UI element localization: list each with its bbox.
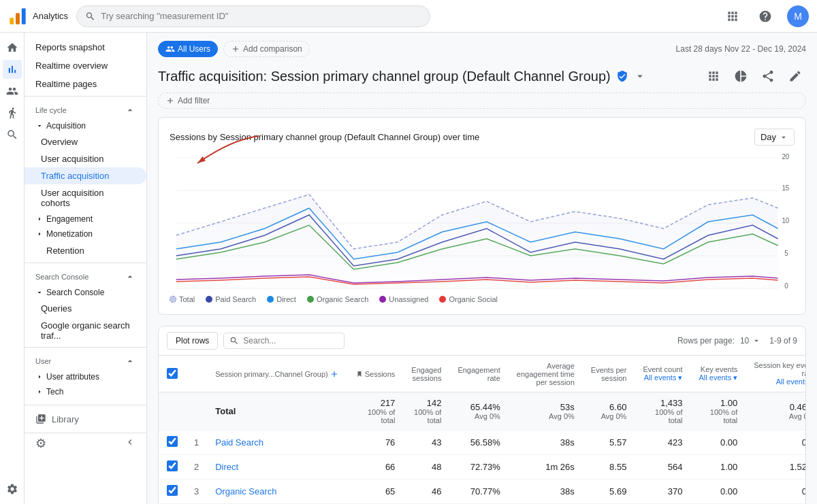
row-sessions-cell: 66	[347, 455, 404, 480]
sidebar-item-tech[interactable]: Tech	[25, 384, 146, 399]
row-checkbox-cell[interactable]	[159, 431, 186, 455]
date-range[interactable]: Last 28 days Nov 22 - Dec 19, 2024	[676, 44, 806, 54]
add-filter-button[interactable]: Add filter	[158, 93, 806, 109]
rows-per-page-dropdown-icon[interactable]	[752, 336, 761, 346]
page-header: Traffic acquisition: Session primary cha…	[158, 65, 806, 87]
svg-text:0: 0	[784, 282, 788, 290]
sidebar-item-user-attributes[interactable]: User attributes	[25, 369, 146, 384]
pie-chart-icon[interactable]	[730, 65, 752, 87]
row-checkbox[interactable]	[167, 436, 178, 447]
header-checkbox	[159, 356, 186, 392]
row-rank-cell: 1	[186, 431, 207, 455]
plot-rows-button[interactable]: Plot rows	[167, 332, 218, 350]
home-icon[interactable]	[3, 38, 22, 57]
sidebar-item-realtime-overview[interactable]: Realtime overview	[25, 56, 146, 75]
search-console-icon[interactable]	[3, 125, 22, 144]
table-row: 2 Direct 66 48 72.73% 1m 26s 8.55 564 1.…	[159, 455, 806, 480]
sidebar-subsection-search-console[interactable]: Search Console	[25, 285, 146, 300]
sidebar-item-traffic-acquisition[interactable]: Traffic acquisition	[25, 167, 146, 184]
help-icon[interactable]	[754, 5, 776, 27]
total-sessions-cell: 217100% of total	[347, 392, 404, 431]
row-engagement-rate-cell: 72.73%	[449, 455, 508, 480]
header-events-per-session[interactable]: Events persession	[583, 356, 635, 392]
all-users-filter[interactable]: All Users	[158, 41, 218, 57]
sidebar-item-monetization[interactable]: Monetization	[25, 226, 146, 241]
header-event-count[interactable]: Event count All events ▾	[635, 356, 690, 392]
total-row: Total 217100% of total 142100% of total …	[159, 392, 806, 431]
total-key-events-cell: 1.00100% of total	[690, 392, 746, 431]
table-search-input[interactable]	[243, 336, 338, 346]
main-content: All Users Add comparison Last 28 days No…	[147, 33, 817, 504]
legend-direct[interactable]: Direct	[267, 295, 296, 303]
grid-icon[interactable]	[722, 5, 743, 27]
legend-unassigned[interactable]: Unassigned	[379, 295, 428, 303]
chevron-down-icon[interactable]	[634, 70, 646, 82]
sidebar-section-search-console[interactable]: Search Console	[25, 266, 146, 285]
pencil-icon[interactable]	[784, 65, 806, 87]
header-engaged-sessions[interactable]: Engagedsessions	[403, 356, 449, 392]
row-checkbox[interactable]	[167, 460, 178, 471]
row-avg-engagement-cell: 1m 26s	[509, 455, 583, 480]
table-row: 3 Organic Search 65 46 70.77% 38s 5.69 3…	[159, 480, 806, 504]
sidebar-library[interactable]: Library	[25, 405, 146, 433]
avatar[interactable]: M	[787, 5, 809, 27]
activity-icon[interactable]	[3, 103, 22, 122]
table-search[interactable]	[223, 333, 345, 349]
legend-organic-social[interactable]: Organic Social	[439, 295, 498, 303]
header-engagement-rate[interactable]: Engagementrate	[449, 356, 508, 392]
header-avg-engagement[interactable]: Averageengagement timeper session	[509, 356, 583, 392]
line-chart: 0 5 10 15 20	[170, 154, 795, 290]
day-selector[interactable]: Day	[754, 129, 795, 146]
total-checkbox-cell	[159, 392, 186, 431]
row-session-key-event-rate-cell: 1.52%	[746, 455, 806, 480]
sidebar: Reports snapshot Realtime overview Realt…	[25, 33, 147, 504]
row-engaged-cell: 48	[403, 455, 449, 480]
add-dimension-icon[interactable]	[330, 369, 339, 379]
row-sessions-cell: 76	[347, 431, 404, 455]
chart-toggle-icon[interactable]	[703, 65, 724, 87]
sidebar-item-engagement[interactable]: Engagement	[25, 212, 146, 226]
table-toolbar: Plot rows Rows per page: 10 1-9 of 9	[159, 326, 805, 356]
topbar-right: M	[722, 5, 809, 27]
chart-header: Sessions by Session primary channel grou…	[170, 129, 795, 146]
sidebar-item-queries[interactable]: Queries	[25, 300, 146, 317]
sidebar-subsection-acquisition[interactable]: Acquisition	[25, 118, 146, 133]
total-events-per-session-cell: 6.60Avg 0%	[583, 392, 635, 431]
sidebar-item-realtime-pages[interactable]: Realtime pages	[25, 75, 146, 93]
sidebar-section-lifecycle[interactable]: Life cycle	[25, 99, 146, 118]
row-checkbox[interactable]	[167, 485, 178, 496]
logo: Analytics	[8, 7, 68, 26]
sidebar-item-google-organic[interactable]: Google organic search traf...	[25, 317, 146, 344]
people-icon[interactable]	[3, 82, 22, 101]
sidebar-section-user[interactable]: User	[25, 350, 146, 369]
sidebar-item-user-acquisition-cohorts[interactable]: User acquisition cohorts	[25, 184, 146, 212]
legend-paid-search[interactable]: Paid Search	[206, 295, 256, 303]
sidebar-item-user-acquisition[interactable]: User acquisition	[25, 150, 146, 167]
search-bar[interactable]	[76, 5, 430, 27]
row-engagement-rate-cell: 70.77%	[449, 480, 508, 504]
add-comparison-button[interactable]: Add comparison	[223, 41, 310, 57]
sidebar-collapse-icon[interactable]	[125, 437, 135, 450]
sidebar-item-reports-snapshot[interactable]: Reports snapshot	[25, 38, 146, 56]
header-key-events[interactable]: Key events All events ▾	[690, 356, 746, 392]
search-input[interactable]	[101, 11, 421, 21]
legend-organic-search[interactable]: Organic Search	[307, 295, 368, 303]
row-checkbox-cell[interactable]	[159, 480, 186, 504]
settings-icon[interactable]	[3, 480, 22, 499]
sidebar-item-overview[interactable]: Overview	[25, 133, 146, 150]
data-table: Session primary...Channel Group) Session…	[159, 356, 806, 504]
header-actions	[703, 65, 806, 87]
header-sessions[interactable]: Sessions	[347, 356, 404, 392]
sidebar-item-retention[interactable]: Retention	[25, 241, 146, 260]
share-icon[interactable]	[757, 65, 779, 87]
chart-area: 0 5 10 15 20	[170, 154, 795, 290]
header-channel[interactable]: Session primary...Channel Group)	[207, 356, 347, 392]
svg-text:10: 10	[782, 217, 789, 224]
sidebar-settings-icon[interactable]: ⚙	[35, 436, 46, 451]
row-sessions-cell: 65	[347, 480, 404, 504]
bar-chart-icon[interactable]	[3, 60, 22, 79]
select-all-checkbox[interactable]	[167, 368, 178, 379]
row-checkbox-cell[interactable]	[159, 455, 186, 480]
header-session-key-event-rate[interactable]: Session key eventrate All events ▾	[746, 356, 806, 392]
legend-total[interactable]: Total	[170, 295, 195, 303]
